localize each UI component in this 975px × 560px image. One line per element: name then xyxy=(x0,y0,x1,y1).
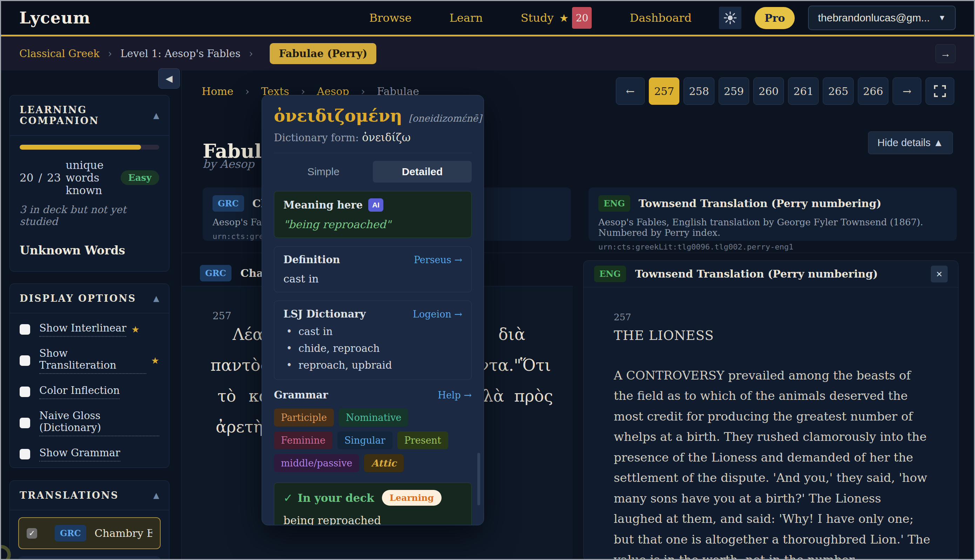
breadcrumb-level[interactable]: Level 1: Aesop's Fables xyxy=(120,48,240,60)
perseus-link[interactable]: Perseus → xyxy=(414,254,462,265)
fullscreen-button[interactable] xyxy=(926,77,954,105)
breadcrumb-separator: › xyxy=(249,48,253,60)
pro-badge[interactable]: Pro xyxy=(755,7,795,29)
premium-star-icon: ★ xyxy=(151,355,159,366)
nav-browse[interactable]: Browse xyxy=(369,11,412,25)
sun-icon xyxy=(724,11,737,25)
divider xyxy=(274,153,472,153)
breadcrumb-separator: › xyxy=(108,48,112,60)
breadcrumb-current-chip[interactable]: Fabulae (Perry) xyxy=(270,43,376,64)
prev-page-button[interactable]: ← xyxy=(616,77,645,105)
checkbox-unchecked[interactable] xyxy=(20,418,30,428)
checkbox-unchecked[interactable] xyxy=(20,387,30,397)
meaning-card: Meaning here AI "being reproached" xyxy=(274,191,472,238)
source-description: Aesop's Fables, English translation by G… xyxy=(598,217,947,238)
definition-text: cast in xyxy=(283,273,462,285)
option-color-by-pos[interactable]: Color by Part of Speech xyxy=(10,467,169,468)
logeion-link[interactable]: Logeion → xyxy=(413,309,462,320)
deck-note: 3 in deck but not yet studied xyxy=(20,203,159,227)
tab-detailed[interactable]: Detailed xyxy=(373,161,472,183)
next-page-button[interactable]: → xyxy=(893,77,921,105)
account-email: thebrandonlucas@gm... xyxy=(818,12,930,24)
in-deck-label: In your deck xyxy=(298,492,374,504)
greek-word[interactable]: ντα." xyxy=(479,356,521,375)
account-menu-button[interactable]: thebrandonlucas@gm... ▼ xyxy=(808,6,956,30)
greek-word[interactable]: λὰ xyxy=(483,387,504,405)
lsj-definition: cast in xyxy=(298,325,333,337)
chevron-down-icon: ▼ xyxy=(938,13,946,22)
page-button-260[interactable]: 260 xyxy=(753,77,784,105)
tag-present: Present xyxy=(397,432,448,449)
check-icon: ✓ xyxy=(283,491,293,505)
definition-label: Definition xyxy=(283,254,340,266)
page-button-266[interactable]: 266 xyxy=(858,77,888,105)
progress-fill xyxy=(20,145,141,150)
grammar-help-link[interactable]: Help → xyxy=(438,390,472,400)
collapse-caret-icon: ▲ xyxy=(153,491,159,500)
option-show-interlinear[interactable]: Show Interlinear ★ xyxy=(10,317,169,342)
translations-panel: TRANSLATIONS ▲ ✓ GRC Chambry Edition (Pe… xyxy=(10,480,169,560)
greek-word[interactable]: τὸ xyxy=(217,387,236,405)
page-author: by Aesop xyxy=(203,157,254,171)
option-color-inflection[interactable]: Color Inflection xyxy=(10,379,169,404)
source-card-english: ENG Townsend Translation (Perry numberin… xyxy=(589,187,957,241)
panel-title: LEARNING COMPANION xyxy=(20,105,153,126)
lsj-definitions: •cast in •chide, reproach •reproach, upb… xyxy=(286,325,462,371)
word-detail-modal: ὀνειδιζομένη [oneidizomɛ́nē] × Dictionar… xyxy=(262,95,484,525)
nav-study[interactable]: Study ★ 20 xyxy=(521,7,592,29)
top-navbar: Lyceum Browse Learn Study ★ 20 Dashboard xyxy=(1,1,974,35)
close-modal-button[interactable]: × xyxy=(482,109,484,124)
known-count: 20 xyxy=(20,172,33,184)
breadcrumb-home[interactable]: Home xyxy=(202,85,233,97)
page-button-259[interactable]: 259 xyxy=(719,77,749,105)
translation-item-chambry[interactable]: ✓ GRC Chambry Edition (Perr... xyxy=(18,517,161,549)
deck-gloss: being reproached xyxy=(283,514,462,525)
app-logo[interactable]: Lyceum xyxy=(19,8,90,27)
course-breadcrumb-bar: Classical Greek › Level 1: Aesop's Fable… xyxy=(1,37,974,70)
lsj-definition: reproach, upbraid xyxy=(298,359,392,371)
nav-learn[interactable]: Learn xyxy=(449,11,483,25)
tag-nominative: Nominative xyxy=(339,408,408,427)
fable-text: A CONTROVERSY prevailed among the beasts… xyxy=(614,365,933,560)
close-pane-button[interactable]: × xyxy=(931,266,948,282)
option-show-transliteration[interactable]: Show Transliteration ★ xyxy=(10,342,169,379)
option-naive-gloss[interactable]: Naive Gloss (Dictionary) xyxy=(10,404,169,442)
page-button-258[interactable]: 258 xyxy=(684,77,714,105)
page-button-265[interactable]: 265 xyxy=(823,77,853,105)
hide-details-button[interactable]: Hide details ▲ xyxy=(868,132,953,154)
checkbox-checked[interactable]: ✓ xyxy=(27,528,37,538)
learning-companion-header[interactable]: LEARNING COMPANION ▲ xyxy=(10,95,169,136)
contextual-meaning: "being reproached" xyxy=(283,218,462,231)
learning-companion-body: 20 / 23 unique words known Easy 3 in dec… xyxy=(10,136,169,272)
translations-header[interactable]: TRANSLATIONS ▲ xyxy=(10,481,169,510)
nav-dashboard[interactable]: Dashboard xyxy=(630,11,691,25)
greek-word[interactable]: παντὸς xyxy=(211,356,269,375)
scrollbar-thumb[interactable] xyxy=(477,453,480,505)
checkbox-unchecked[interactable] xyxy=(20,324,30,335)
page-button-261[interactable]: 261 xyxy=(788,77,819,105)
unknown-words-title: Unknown Words xyxy=(20,243,159,257)
ai-badge: AI xyxy=(368,198,383,212)
greek-word[interactable]: πρὸς xyxy=(514,387,553,405)
fable-title: THE LIONESS xyxy=(614,328,714,343)
next-arrow-button[interactable]: → xyxy=(935,44,956,63)
theme-toggle-button[interactable] xyxy=(719,7,741,29)
translation-item-townsend[interactable]: ✓ ENG Townsend Translation xyxy=(18,556,161,560)
grammar-label: Grammar xyxy=(274,389,328,401)
display-options-header[interactable]: DISPLAY OPTIONS ▲ xyxy=(10,284,169,313)
page-button-257[interactable]: 257 xyxy=(649,77,679,105)
sidebar-collapse-button[interactable]: ◀ xyxy=(158,68,180,89)
breadcrumb-course[interactable]: Classical Greek xyxy=(19,48,100,60)
fable-pagination: ← 257 258 259 260 261 265 266 → xyxy=(616,77,954,105)
grammar-tags: Participle Nominative Feminine Singular … xyxy=(274,408,472,472)
stats-label: unique words known xyxy=(65,159,115,197)
tab-simple[interactable]: Simple xyxy=(274,161,373,183)
nav-controls: Pro thebrandonlucas@gm... ▼ xyxy=(719,6,956,30)
deck-status-card: ✓ In your deck Learning being reproached… xyxy=(274,483,472,525)
checkbox-unchecked[interactable] xyxy=(20,449,30,460)
option-show-grammar[interactable]: Show Grammar xyxy=(10,442,169,467)
greek-word[interactable]: Ὅτι xyxy=(520,356,551,375)
tag-feminine: Feminine xyxy=(274,432,333,449)
greek-word[interactable]: διὰ xyxy=(498,325,525,344)
checkbox-unchecked[interactable] xyxy=(20,355,30,366)
